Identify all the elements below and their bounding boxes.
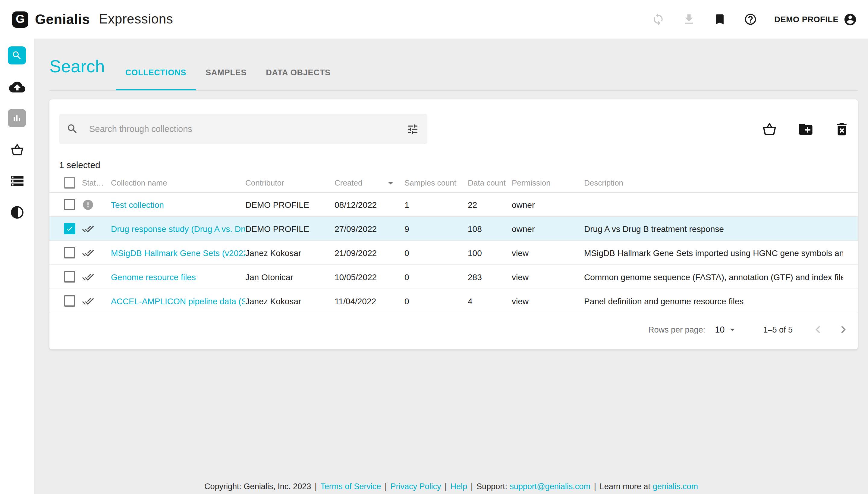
collections-card: 1 selected Stat… Collection name Contrib… [50,99,858,349]
profile-label[interactable]: DEMO PROFILE [774,15,838,24]
contributor-cell: Janez Kokosar [245,248,335,258]
footer-separator: | [445,482,447,491]
footer-separator: | [315,482,317,491]
page-footer: Copyright: Genialis, Inc. 2023|Terms of … [34,482,868,491]
samples-count-cell: 1 [404,200,468,209]
created-cell: 21/09/2022 [335,248,404,258]
created-cell: 08/12/2022 [335,200,404,209]
page-head: Search COLLECTIONS SAMPLES DATA OBJECTS [50,56,858,91]
download-icon[interactable] [682,13,695,26]
col-collection-name: Collection name [111,178,245,187]
table-row[interactable]: MSigDB Hallmark Gene Sets (v2022… Janez … [50,241,858,265]
row-checkbox[interactable] [64,223,75,234]
sidebar-item-analytics[interactable] [6,107,28,129]
next-page-icon[interactable] [836,322,851,337]
pagination-range: 1–5 of 5 [763,325,793,334]
contrast-icon [10,205,24,220]
data-count-cell: 108 [468,224,512,233]
samples-count-cell: 0 [404,296,468,306]
sidebar-item-pipelines[interactable] [6,170,28,192]
permission-cell: view [512,296,584,306]
permission-cell: view [512,248,584,258]
toolbar-actions [761,121,850,137]
collection-name-link[interactable]: Drug response study (Drug A vs. Dru… [111,224,245,233]
account-circle-icon[interactable] [843,12,857,26]
card-toolbar [50,99,858,144]
col-created[interactable]: Created [335,177,404,188]
footer-separator: | [594,482,596,491]
help-link[interactable]: Help [450,482,467,491]
copyright-text: Copyright: Genialis, Inc. 2023 [204,482,311,491]
sort-caret-icon[interactable] [385,177,396,188]
main-content: Search COLLECTIONS SAMPLES DATA OBJECTS [34,39,868,494]
permission-cell: owner [512,200,584,209]
genialis-site-link[interactable]: genialis.com [653,482,698,491]
rows-per-page-value: 10 [715,325,724,334]
created-cell: 11/04/2022 [335,296,404,306]
description-cell: Common genome sequence (FASTA), annotati… [584,272,843,282]
sidebar-item-search[interactable] [6,44,28,66]
learn-more-label: Learn more at [600,482,650,491]
pagination: Rows per page: 10 1–5 of 5 [50,313,858,346]
col-contributor: Contributor [245,178,335,187]
description-cell: MSigDB Hallmark Gene Sets imported using… [584,248,843,258]
app-header: G Genialis Expressions DEMO PROFILE [0,0,868,39]
tab-collections[interactable]: COLLECTIONS [116,56,196,90]
row-checkbox[interactable] [64,295,75,307]
table-row[interactable]: ACCEL-AMPLICON pipeline data (S… Janez K… [50,289,858,313]
created-cell: 10/05/2022 [335,272,404,282]
previous-page-icon[interactable] [811,322,825,337]
data-count-cell: 22 [468,200,512,209]
samples-count-cell: 0 [404,248,468,258]
row-checkbox[interactable] [64,199,75,210]
bar-chart-icon [8,109,26,127]
support-email-link[interactable]: support@genialis.com [510,482,590,491]
sidebar-item-basket[interactable] [6,138,28,160]
filter-tune-icon[interactable] [406,122,419,135]
table-row[interactable]: Test collection DEMO PROFILE 08/12/2022 … [50,193,858,217]
app-name: Expressions [99,12,173,27]
sync-icon[interactable] [651,13,665,26]
col-samples-count: Samples count [404,178,468,187]
terms-link[interactable]: Terms of Service [320,482,381,491]
collection-name-link[interactable]: Genome resource files [111,272,245,282]
data-count-cell: 100 [468,248,512,258]
select-all-checkbox[interactable] [64,177,75,189]
samples-count-cell: 9 [404,224,468,233]
cloud-upload-icon [9,79,25,95]
rows-per-page-select[interactable]: 10 [715,324,738,335]
sidebar-item-contrast[interactable] [6,201,28,223]
collection-name-link[interactable]: MSigDB Hallmark Gene Sets (v2022… [111,248,245,258]
contributor-cell: Jan Otonicar [245,272,335,282]
collection-name-link[interactable]: ACCEL-AMPLICON pipeline data (S… [111,296,245,306]
sidebar-item-upload[interactable] [6,76,28,98]
col-permission: Permission [512,178,584,187]
genialis-logo[interactable]: G [12,11,28,27]
col-data-count: Data count [468,178,512,187]
add-to-basket-icon[interactable] [761,121,778,137]
row-checkbox[interactable] [64,247,75,259]
contributor-cell: DEMO PROFILE [245,224,335,233]
status-done-icon [82,223,94,235]
help-icon[interactable] [743,13,757,26]
search-input[interactable] [88,124,406,134]
status-done-icon [82,271,94,283]
col-status: Stat… [82,178,111,187]
tab-bar: COLLECTIONS SAMPLES DATA OBJECTS [116,56,340,90]
page-title: Search [50,56,105,90]
table-row[interactable]: Genome resource files Jan Otonicar 10/05… [50,265,858,289]
table-row[interactable]: Drug response study (Drug A vs. Dru… DEM… [50,217,858,241]
row-checkbox[interactable] [64,271,75,283]
bookmark-icon[interactable] [713,13,726,26]
tab-samples[interactable]: SAMPLES [196,56,256,90]
create-new-folder-icon[interactable] [797,121,814,137]
privacy-link[interactable]: Privacy Policy [390,482,441,491]
dropdown-caret-icon [727,324,738,335]
permission-cell: view [512,272,584,282]
collection-name-link[interactable]: Test collection [111,200,245,209]
search-icon [8,46,26,64]
search-input-icon [66,123,78,135]
delete-collection-icon[interactable] [834,121,850,137]
permission-cell: owner [512,224,584,233]
tab-data-objects[interactable]: DATA OBJECTS [256,56,340,90]
